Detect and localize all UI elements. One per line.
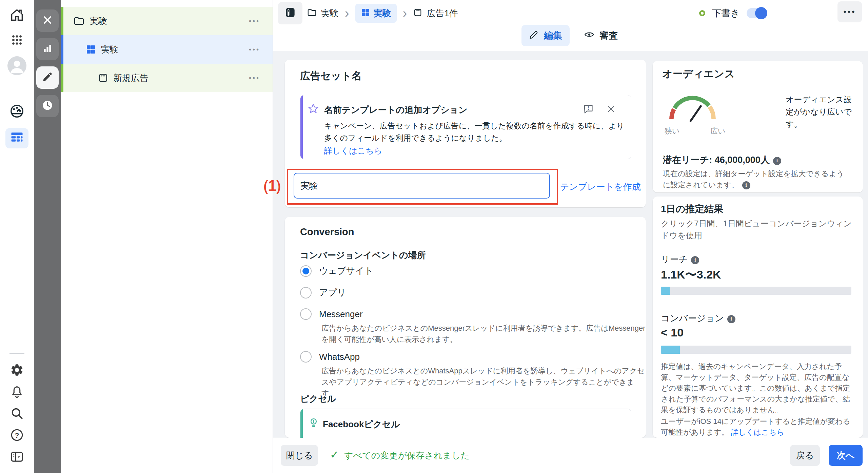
radio-label: ウェブサイト xyxy=(319,265,373,277)
tab-edit-label: 編集 xyxy=(544,29,562,42)
pixel-accent-stripe xyxy=(300,409,303,438)
pencil-icon xyxy=(529,29,539,42)
breadcrumb-item-campaign[interactable]: 実験 xyxy=(307,7,339,19)
next-button[interactable]: 次へ xyxy=(829,445,863,466)
potential-reach-value: 潜在リーチ: 46,000,000人 xyxy=(663,155,770,165)
reach-value: 1.1K〜3.2K xyxy=(661,267,721,283)
search-icon xyxy=(10,406,24,422)
row-more-button[interactable]: ••• xyxy=(249,74,260,82)
edit-tool-button[interactable] xyxy=(36,66,59,89)
bell-icon xyxy=(10,385,24,400)
notifications-button[interactable] xyxy=(5,382,28,403)
tab-review[interactable]: 審査 xyxy=(576,25,625,46)
reach-bar xyxy=(661,287,851,295)
search-button[interactable] xyxy=(5,404,28,424)
history-tool-button[interactable] xyxy=(36,95,59,117)
create-template-link[interactable]: テンプレートを作成 xyxy=(560,181,641,193)
charts-tool-button[interactable] xyxy=(36,38,59,60)
row-more-button[interactable]: ••• xyxy=(249,46,260,54)
breadcrumb: 実験 › 実験 › 広告1件 xyxy=(307,0,458,26)
notice-accent-stripe xyxy=(300,95,303,159)
info-icon[interactable]: i xyxy=(727,315,735,323)
info-icon[interactable]: i xyxy=(773,157,781,165)
tab-edit[interactable]: 編集 xyxy=(521,25,570,46)
audience-note: 現在の設定は、詳細ターゲット設定を拡大できるように設定されています。i xyxy=(663,168,851,190)
lightbulb-icon xyxy=(308,417,319,430)
close-editor-button[interactable] xyxy=(36,9,59,32)
collapse-nav-button[interactable] xyxy=(5,447,28,468)
radio-icon[interactable] xyxy=(300,308,312,320)
ad-card-icon xyxy=(413,8,422,19)
campaign-status-stripe xyxy=(61,7,63,35)
messenger-description: 広告からあなたのビジネスとのMessengerスレッドに利用者を誘導できます。広… xyxy=(321,323,646,345)
radio-option-website[interactable]: ウェブサイト xyxy=(300,265,373,277)
name-template-notice: 名前テンプレートの追加オプション ! キャンペーン、広告セットおよび広告に、一貫… xyxy=(300,95,631,159)
account-button[interactable] xyxy=(5,56,28,76)
adset-name-title: 広告セット名 xyxy=(300,69,362,83)
estimates-disclaimer: 推定値は、過去のキャンペーンデータ、入力された予算、マーケットデータ、ターゲット… xyxy=(661,361,853,415)
tree-row-ad[interactable]: 新規広告 ••• xyxy=(61,64,273,92)
radio-selected-icon[interactable] xyxy=(300,265,312,277)
breadcrumb-item-adset-active[interactable]: 実験 xyxy=(355,4,397,23)
nav-divider xyxy=(9,353,24,354)
info-icon[interactable]: i xyxy=(691,256,699,264)
potential-reach: 潜在リーチ: 46,000,000人i xyxy=(663,154,781,166)
chevron-right-icon: › xyxy=(403,7,407,20)
adset-grid-icon xyxy=(361,8,370,19)
radio-dot xyxy=(302,268,309,274)
campaign-tree-panel: 実験 ••• 実験 ••• 新規広告 ••• xyxy=(61,0,273,473)
radio-label: Messenger xyxy=(319,309,363,320)
back-button[interactable]: 戻る xyxy=(790,445,820,466)
radio-icon[interactable] xyxy=(300,287,312,299)
breadcrumb-label: 広告1件 xyxy=(427,7,458,19)
more-options-button[interactable]: ••• xyxy=(837,1,862,22)
breadcrumb-label: 実験 xyxy=(374,7,391,19)
toggle-tree-panel-button[interactable] xyxy=(278,2,302,24)
ad-status-stripe xyxy=(61,64,63,92)
bar-chart-icon xyxy=(42,43,53,55)
radio-label: WhatsApp xyxy=(319,352,360,362)
audience-gauge xyxy=(665,89,721,123)
home-nav-button[interactable] xyxy=(5,5,28,26)
tree-row-label: 実験 xyxy=(90,15,107,27)
svg-text:?: ? xyxy=(15,431,19,439)
settings-button[interactable] xyxy=(5,361,28,381)
apps-menu-button[interactable] xyxy=(5,30,28,51)
global-left-nav: ? xyxy=(0,0,34,473)
info-icon[interactable]: i xyxy=(742,181,750,189)
draft-status: 下書き xyxy=(699,0,766,26)
feedback-bubble-icon[interactable]: ! xyxy=(583,103,594,116)
ad-card-icon xyxy=(98,73,108,83)
folder-icon xyxy=(73,15,85,27)
radio-icon[interactable] xyxy=(300,351,312,363)
radio-option-app[interactable]: アプリ xyxy=(300,287,346,299)
breadcrumb-item-ad[interactable]: 広告1件 xyxy=(413,7,458,19)
radio-option-whatsapp[interactable]: WhatsApp xyxy=(300,351,360,363)
estimates-title: 1日の推定結果 xyxy=(661,203,723,215)
annotation-number-1: （1） xyxy=(254,176,288,197)
sidebar-toggle-icon xyxy=(284,6,297,20)
radio-option-messenger[interactable]: Messenger xyxy=(300,308,363,320)
tree-row-campaign[interactable]: 実験 ••• xyxy=(61,7,273,35)
notice-learn-more-link[interactable]: 詳しくはこちら xyxy=(324,145,382,156)
close-button[interactable]: 閉じる xyxy=(281,445,318,466)
conversion-location-label: コンバージョンイベントの場所 xyxy=(300,249,426,261)
adset-selected-stripe xyxy=(61,35,63,64)
draft-toggle[interactable] xyxy=(747,8,766,18)
ios-learn-more-link[interactable]: 詳しくはこちら xyxy=(731,428,784,436)
check-icon: ✓ xyxy=(330,448,339,461)
ads-manager-nav-button[interactable] xyxy=(5,128,28,148)
tree-row-adset-selected[interactable]: 実験 ••• xyxy=(61,35,273,64)
annotation-box-1 xyxy=(287,169,558,205)
toggle-knob xyxy=(755,7,767,19)
row-more-button[interactable]: ••• xyxy=(249,17,260,25)
help-button[interactable]: ? xyxy=(5,426,28,446)
notice-close-icon[interactable] xyxy=(606,104,616,116)
conversion-card: Conversion コンバージョンイベントの場所 ウェブサイト アプリ Mes… xyxy=(285,217,646,438)
radio-label: アプリ xyxy=(319,287,346,299)
performance-nav-button[interactable] xyxy=(5,102,28,122)
notice-body: キャンペーン、広告セットおよび広告に、一貫した複数の名前を作成する時に、より多く… xyxy=(324,120,631,144)
saved-message: すべての変更が保存されました xyxy=(344,450,470,461)
reach-bar-fill xyxy=(661,287,670,295)
conversions-label-row: コンバージョンi xyxy=(661,312,735,324)
